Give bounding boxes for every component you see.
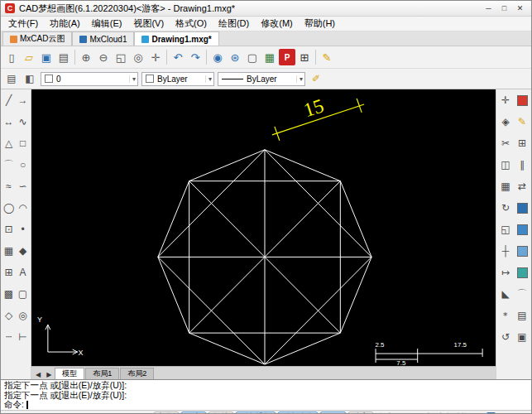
zoom-in-button[interactable]: ⊕ <box>78 49 94 65</box>
ellipse-arc-tool[interactable]: ◠ <box>16 197 30 219</box>
toggle-线宽[interactable]: 线宽 <box>348 412 373 414</box>
command-window[interactable]: 指定下一点 或[退出(E)/放弃(U)]:指定下一点 或[退出(E)/放弃(U)… <box>1 379 531 410</box>
revision-cloud-tool[interactable]: ≈ <box>2 176 16 197</box>
toggle-DYN[interactable]: DYN <box>320 412 346 414</box>
undo-button[interactable]: ↶ <box>170 49 186 65</box>
ellipse-tool[interactable]: ◯ <box>2 197 16 219</box>
ray-tool[interactable]: → <box>16 89 30 111</box>
close-button[interactable]: ✕ <box>513 2 527 14</box>
toggle-对象追踪[interactable]: 对象追踪 <box>278 412 318 414</box>
rotate-tool[interactable]: ↻ <box>497 197 514 219</box>
properties-tool[interactable]: ▤ <box>514 305 530 326</box>
divide-tool[interactable]: ┄ <box>2 326 16 348</box>
drawing-canvas[interactable]: 152.517.57.5YX <box>31 89 496 366</box>
color-teal-swatch[interactable] <box>514 262 530 283</box>
rectangle-tool[interactable]: □ <box>16 132 30 154</box>
boundary-tool[interactable]: ▢ <box>16 283 30 305</box>
measure-tool[interactable]: ⊢ <box>16 326 30 348</box>
menu-item-4[interactable]: 格式(O) <box>170 17 213 31</box>
doc-tab-2[interactable]: Drawing1.mxg* <box>134 31 218 46</box>
open-file-button[interactable]: ▱ <box>21 49 37 65</box>
layout-nav-1[interactable]: ▶ <box>44 371 54 379</box>
new-file-button[interactable]: ▯ <box>3 49 20 65</box>
color-combo[interactable]: ByLayer ▾ <box>141 72 214 86</box>
layer-manager-icon[interactable]: ▤ <box>4 71 19 86</box>
zoom-realtime-tool[interactable]: ◈ <box>497 111 514 132</box>
copy-tool[interactable]: ⊞ <box>514 132 530 154</box>
doc-tab-1[interactable]: MxCloud1 <box>72 31 134 46</box>
edit-pencil-icon[interactable]: ✐ <box>309 71 324 86</box>
menu-item-0[interactable]: 文件(F) <box>2 17 44 31</box>
layer-combo[interactable]: 0 ▾ <box>41 72 138 86</box>
chamfer-tool[interactable]: ◣ <box>497 283 514 305</box>
line-tool[interactable]: ╱ <box>2 89 16 111</box>
zoom-window-button[interactable]: ◱ <box>113 49 129 65</box>
menu-item-2[interactable]: 编辑(E) <box>86 17 128 31</box>
menu-item-1[interactable]: 功能(A) <box>44 17 86 31</box>
layout-tab-2[interactable]: 布局2 <box>120 368 154 379</box>
wipeout-tool[interactable]: ◇ <box>2 305 16 326</box>
point-tool[interactable]: • <box>16 219 30 240</box>
menu-item-3[interactable]: 视图(V) <box>127 17 170 31</box>
fillet-tool[interactable]: ⌒ <box>514 283 530 305</box>
toggle-栅格[interactable]: 栅格 <box>154 412 179 414</box>
color-blue-swatch[interactable] <box>514 197 530 219</box>
text-tool[interactable]: A <box>16 262 30 283</box>
save-file-button[interactable]: ▣ <box>38 49 55 65</box>
color-blue3-swatch[interactable] <box>514 240 530 262</box>
circle-tool[interactable]: ○ <box>16 154 30 176</box>
annotate-pencil-tool[interactable]: ✎ <box>514 111 530 132</box>
polyline-tool[interactable]: ∿ <box>16 111 30 132</box>
layers-tool[interactable]: ▣ <box>514 326 530 348</box>
erase-tool[interactable]: ✂ <box>497 132 514 154</box>
layout-tab-1[interactable]: 布局1 <box>85 368 119 379</box>
zoom-out-button[interactable]: ⊖ <box>95 49 112 65</box>
new-window-button[interactable]: ▢ <box>244 49 261 65</box>
region-tool[interactable]: ◆ <box>16 240 30 262</box>
toggle-极轴[interactable]: 极轴 <box>208 412 233 414</box>
toggle-对象捕捉[interactable]: 对象捕捉 <box>236 412 276 414</box>
scale-tool[interactable]: ◱ <box>497 219 514 240</box>
trim-tool[interactable]: ┼ <box>497 240 514 262</box>
zoom-extents-button[interactable]: ◎ <box>130 49 146 65</box>
gradient-tool[interactable]: ▩ <box>2 283 16 305</box>
polygon-tool[interactable]: △ <box>2 132 16 154</box>
donut-tool[interactable]: ◎ <box>16 305 30 326</box>
linetype-combo[interactable]: ByLayer ▾ <box>218 72 305 86</box>
minimize-button[interactable]: ─ <box>482 2 496 14</box>
maximize-button[interactable]: □ <box>497 2 511 14</box>
layout-nav-0[interactable]: ◀ <box>33 371 43 379</box>
doc-tab-0[interactable]: MxCAD云图 <box>2 31 72 46</box>
menu-item-6[interactable]: 修改(M) <box>255 17 299 31</box>
export-pdf-button[interactable]: P <box>279 49 295 65</box>
command-prompt-row[interactable]: 命令: <box>4 400 528 410</box>
menu-item-5[interactable]: 绘图(D) <box>213 17 255 31</box>
offset-tool[interactable]: ∥ <box>514 154 530 176</box>
table-tool[interactable]: ⊞ <box>2 262 16 283</box>
cloud-sync-button[interactable]: ◉ <box>209 49 226 65</box>
layer-state-icon[interactable]: ◧ <box>22 71 37 86</box>
mirror-tool[interactable]: ◫ <box>497 154 514 176</box>
insert-block-tool[interactable]: ⊡ <box>2 219 16 240</box>
pan-button[interactable]: ✛ <box>147 49 164 65</box>
select-tool[interactable]: ✛ <box>497 89 514 111</box>
print-button[interactable]: ▤ <box>55 49 72 65</box>
arc-tool[interactable]: ⌒ <box>2 154 16 176</box>
color-red-swatch[interactable] <box>514 89 530 111</box>
web-share-button[interactable]: ⊛ <box>227 49 243 65</box>
array-tool[interactable]: ▦ <box>497 176 514 197</box>
color-blue2-swatch[interactable] <box>514 219 530 240</box>
extend-tool[interactable]: ↦ <box>497 262 514 283</box>
menu-item-7[interactable]: 帮助(H) <box>299 17 341 31</box>
draw-pencil-button[interactable]: ✎ <box>319 49 335 65</box>
hatch-tool[interactable]: ▦ <box>2 240 16 262</box>
undo-mini-tool[interactable]: ↺ <box>497 326 514 348</box>
drawing-svg[interactable]: 152.517.57.5YX <box>31 89 496 366</box>
spline-tool[interactable]: ∽ <box>16 176 30 197</box>
grid-settings-button[interactable]: ⊞ <box>296 49 313 65</box>
insert-image-button[interactable]: ▦ <box>261 49 278 65</box>
redo-button[interactable]: ↷ <box>187 49 204 65</box>
move-tool[interactable]: ⇄ <box>514 176 530 197</box>
explode-tool[interactable]: ＊ <box>497 305 514 326</box>
toggle-正交[interactable]: 正交 <box>181 412 206 414</box>
